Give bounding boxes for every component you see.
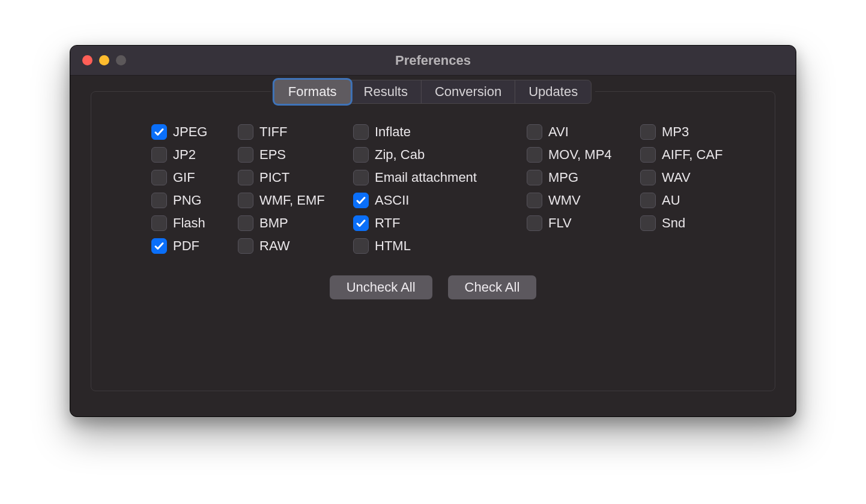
checkbox-icon[interactable] (151, 238, 167, 254)
format-checkbox-raw[interactable]: RAW (238, 238, 345, 254)
checkbox-icon[interactable] (640, 193, 656, 208)
format-col-1: JPEGJP2GIFPNGFlashPDF (151, 124, 229, 254)
format-checkbox-mp3[interactable]: MP3 (640, 124, 742, 140)
format-checkbox-wav[interactable]: WAV (640, 170, 742, 185)
checkbox-icon[interactable] (640, 215, 656, 231)
checkbox-label: Flash (173, 215, 205, 231)
checkbox-icon[interactable] (151, 215, 167, 231)
checkbox-label: FLV (548, 215, 572, 231)
format-checkbox-html[interactable]: HTML (353, 238, 518, 254)
checkbox-icon[interactable] (238, 124, 253, 140)
check-all-button[interactable]: Check All (448, 275, 537, 299)
formats-group: Formats Results Conversion Updates JPEGJ… (91, 91, 775, 391)
checkbox-label: PICT (259, 170, 289, 185)
tab-formats[interactable]: Formats (274, 80, 351, 104)
checkbox-icon[interactable] (238, 193, 253, 208)
format-checkbox-flv[interactable]: FLV (527, 215, 632, 231)
checkbox-label: EPS (259, 147, 286, 163)
format-checkbox-zip-cab[interactable]: Zip, Cab (353, 147, 518, 163)
checkbox-icon[interactable] (527, 215, 542, 231)
checkbox-label: AIFF, CAF (662, 147, 722, 163)
format-checkbox-flash[interactable]: Flash (151, 215, 229, 231)
checkbox-label: PNG (173, 193, 202, 208)
checkbox-icon[interactable] (353, 238, 369, 254)
button-row: Uncheck All Check All (115, 275, 751, 299)
format-checkbox-wmv[interactable]: WMV (527, 193, 632, 208)
checkbox-icon[interactable] (151, 124, 167, 140)
checkbox-icon[interactable] (238, 215, 253, 231)
tabs-container: Formats Results Conversion Updates (271, 80, 595, 104)
format-col-4: AVIMOV, MP4MPGWMVFLV (527, 124, 632, 254)
checkbox-icon[interactable] (640, 147, 656, 163)
checkbox-label: ASCII (375, 193, 409, 208)
uncheck-all-button[interactable]: Uncheck All (330, 275, 432, 299)
checkbox-label: JP2 (173, 147, 196, 163)
window-controls (70, 55, 126, 65)
checkbox-icon[interactable] (151, 170, 167, 185)
checkbox-icon[interactable] (151, 193, 167, 208)
tab-updates[interactable]: Updates (515, 80, 591, 103)
format-checkbox-wmf-emf[interactable]: WMF, EMF (238, 193, 345, 208)
checkbox-label: MP3 (662, 124, 689, 140)
format-col-5: MP3AIFF, CAFWAVAUSnd (640, 124, 742, 254)
checkbox-label: MOV, MP4 (548, 147, 612, 163)
minimize-icon[interactable] (99, 55, 109, 65)
format-checkbox-inflate[interactable]: Inflate (353, 124, 518, 140)
tab-results[interactable]: Results (351, 80, 422, 103)
tab-conversion[interactable]: Conversion (422, 80, 515, 103)
format-checkbox-jpeg[interactable]: JPEG (151, 124, 229, 140)
checkbox-label: AVI (548, 124, 569, 140)
checkbox-label: BMP (259, 215, 288, 231)
checkbox-icon[interactable] (353, 147, 369, 163)
checkbox-label: GIF (173, 170, 195, 185)
format-columns: JPEGJP2GIFPNGFlashPDF TIFFEPSPICTWMF, EM… (151, 124, 751, 254)
checkbox-icon[interactable] (640, 124, 656, 140)
checkbox-icon[interactable] (238, 147, 253, 163)
checkbox-label: PDF (173, 238, 199, 254)
format-col-2: TIFFEPSPICTWMF, EMFBMPRAW (238, 124, 345, 254)
format-checkbox-pdf[interactable]: PDF (151, 238, 229, 254)
checkbox-icon[interactable] (238, 170, 253, 185)
checkbox-label: Inflate (375, 124, 411, 140)
checkbox-icon[interactable] (238, 238, 253, 254)
checkbox-icon[interactable] (151, 147, 167, 163)
checkbox-icon[interactable] (353, 170, 369, 185)
checkbox-icon[interactable] (527, 147, 542, 163)
format-checkbox-avi[interactable]: AVI (527, 124, 632, 140)
close-icon[interactable] (82, 55, 92, 65)
format-checkbox-rtf[interactable]: RTF (353, 215, 518, 231)
format-col-3: InflateZip, CabEmail attachmentASCIIRTFH… (353, 124, 518, 254)
checkbox-label: TIFF (259, 124, 287, 140)
format-checkbox-jp2[interactable]: JP2 (151, 147, 229, 163)
checkbox-icon[interactable] (353, 124, 369, 140)
checkbox-icon[interactable] (527, 193, 542, 208)
format-checkbox-gif[interactable]: GIF (151, 170, 229, 185)
checkbox-icon[interactable] (353, 193, 369, 208)
checkbox-icon[interactable] (640, 170, 656, 185)
preferences-window: Preferences Formats Results Conversion U… (70, 45, 796, 417)
tabs: Formats Results Conversion Updates (274, 80, 592, 104)
checkbox-label: Email attachment (375, 170, 477, 185)
checkbox-icon[interactable] (527, 170, 542, 185)
window-title: Preferences (70, 53, 796, 68)
format-checkbox-mov-mp4[interactable]: MOV, MP4 (527, 147, 632, 163)
checkbox-icon[interactable] (527, 124, 542, 140)
checkbox-label: AU (662, 193, 680, 208)
format-checkbox-bmp[interactable]: BMP (238, 215, 345, 231)
format-checkbox-email-attachment[interactable]: Email attachment (353, 170, 518, 185)
format-checkbox-mpg[interactable]: MPG (527, 170, 632, 185)
checkbox-label: Snd (662, 215, 685, 231)
format-checkbox-tiff[interactable]: TIFF (238, 124, 345, 140)
format-checkbox-eps[interactable]: EPS (238, 147, 345, 163)
checkbox-label: RTF (375, 215, 400, 231)
maximize-icon[interactable] (116, 55, 126, 65)
format-checkbox-aiff-caf[interactable]: AIFF, CAF (640, 147, 742, 163)
format-checkbox-pict[interactable]: PICT (238, 170, 345, 185)
format-checkbox-png[interactable]: PNG (151, 193, 229, 208)
format-checkbox-au[interactable]: AU (640, 193, 742, 208)
format-checkbox-snd[interactable]: Snd (640, 215, 742, 231)
checkbox-label: HTML (375, 238, 411, 254)
format-checkbox-ascii[interactable]: ASCII (353, 193, 518, 208)
checkbox-label: MPG (548, 170, 578, 185)
checkbox-icon[interactable] (353, 215, 369, 231)
